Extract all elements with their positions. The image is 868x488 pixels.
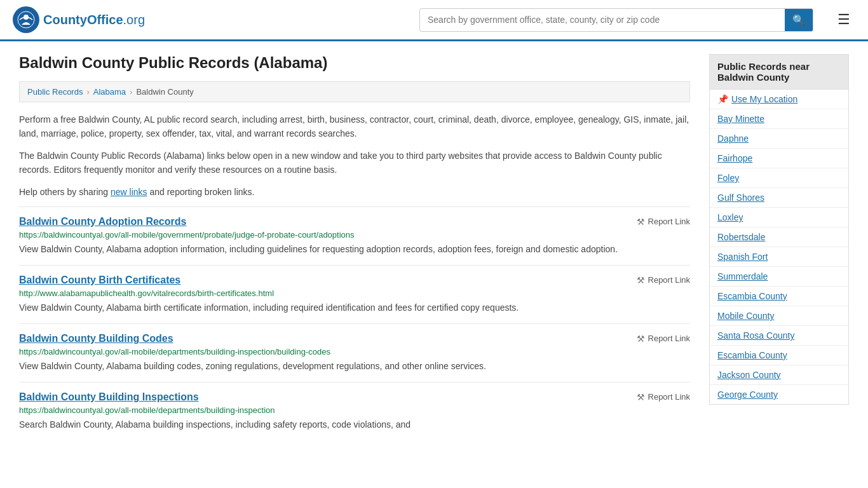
- record-header: Baldwin County Adoption Records ⚒ Report…: [19, 216, 690, 227]
- sidebar-link-1[interactable]: Daphne: [717, 133, 749, 144]
- logo-icon: [13, 6, 39, 33]
- sidebar-item-4: Gulf Shores: [710, 188, 848, 208]
- menu-button[interactable]: ☰: [832, 9, 855, 30]
- report-link-icon-3: ⚒: [637, 392, 645, 402]
- logo-svg: [17, 11, 35, 29]
- content-wrapper: Baldwin County Public Records (Alabama) …: [0, 41, 868, 453]
- report-link-1[interactable]: ⚒ Report Link: [637, 275, 690, 285]
- new-links-link[interactable]: new links: [111, 187, 147, 197]
- report-link-icon-0: ⚒: [637, 217, 645, 227]
- page-title: Baldwin County Public Records (Alabama): [19, 54, 690, 72]
- logo-name: CountyOffice: [43, 13, 123, 27]
- record-url-2[interactable]: https://baldwincountyal.gov/all-mobile/d…: [19, 347, 690, 356]
- record-title-2[interactable]: Baldwin County Building Codes: [19, 333, 173, 344]
- description-1: Perform a free Baldwin County, AL public…: [19, 112, 690, 141]
- sidebar-link-13[interactable]: Jackson County: [717, 370, 781, 380]
- sidebar-item-8: Summerdale: [710, 267, 848, 287]
- record-desc-1: View Baldwin County, Alabama birth certi…: [19, 301, 690, 315]
- sidebar-link-10[interactable]: Mobile County: [717, 311, 775, 321]
- sidebar-link-0[interactable]: Bay Minette: [717, 114, 764, 124]
- sidebar-link-2[interactable]: Fairhope: [717, 153, 752, 163]
- search-bar: 🔍: [419, 8, 813, 32]
- breadcrumb-public-records[interactable]: Public Records: [27, 87, 83, 97]
- report-link-2[interactable]: ⚒ Report Link: [637, 334, 690, 344]
- record-title-0[interactable]: Baldwin County Adoption Records: [19, 216, 186, 227]
- breadcrumb-current: Baldwin County: [136, 87, 193, 97]
- desc3-suffix: and reporting broken links.: [147, 187, 255, 197]
- sidebar-link-6[interactable]: Robertsdale: [717, 232, 766, 242]
- site-header: CountyOffice.org 🔍 ☰: [0, 0, 868, 41]
- report-link-0[interactable]: ⚒ Report Link: [637, 217, 690, 227]
- hamburger-icon: ☰: [837, 11, 850, 27]
- sidebar-item-5: Loxley: [710, 208, 848, 227]
- report-link-icon-2: ⚒: [637, 334, 645, 344]
- sidebar-link-14[interactable]: George County: [717, 390, 778, 400]
- sidebar-list: 📌 Use My Location Bay MinetteDaphneFairh…: [709, 90, 849, 405]
- sidebar-link-8[interactable]: Summerdale: [717, 271, 768, 281]
- record-desc-2: View Baldwin County, Alabama building co…: [19, 360, 690, 373]
- sidebar-link-7[interactable]: Spanish Fort: [717, 252, 768, 262]
- sidebar-link-4[interactable]: Gulf Shores: [717, 193, 764, 203]
- description-3: Help others by sharing new links and rep…: [19, 185, 690, 199]
- description-2: The Baldwin County Public Records (Alaba…: [19, 149, 690, 177]
- breadcrumb-alabama[interactable]: Alabama: [93, 87, 126, 97]
- breadcrumb-sep-1: ›: [86, 87, 89, 97]
- sidebar-link-3[interactable]: Foley: [717, 173, 739, 183]
- sidebar-link-5[interactable]: Loxley: [717, 212, 743, 222]
- sidebar-item-7: Spanish Fort: [710, 247, 848, 267]
- records-list: Baldwin County Adoption Records ⚒ Report…: [19, 207, 690, 440]
- record-item: Baldwin County Adoption Records ⚒ Report…: [19, 207, 690, 265]
- sidebar-item-2: Fairhope: [710, 149, 848, 168]
- sidebar-item-1: Daphne: [710, 129, 848, 149]
- report-link-icon-1: ⚒: [637, 275, 645, 285]
- desc3-prefix: Help others by sharing: [19, 187, 111, 197]
- sidebar-item-0: Bay Minette: [710, 109, 848, 129]
- sidebar: Public Records near Baldwin County 📌 Use…: [709, 54, 849, 440]
- record-header: Baldwin County Building Inspections ⚒ Re…: [19, 391, 690, 403]
- record-title-1[interactable]: Baldwin County Birth Certificates: [19, 274, 180, 286]
- sidebar-item-13: Jackson County: [710, 365, 848, 385]
- sidebar-item-11: Santa Rosa County: [710, 326, 848, 346]
- sidebar-item-9: Escambia County: [710, 287, 848, 306]
- sidebar-item-14: George County: [710, 385, 848, 404]
- record-header: Baldwin County Building Codes ⚒ Report L…: [19, 333, 690, 344]
- pin-icon: 📌: [717, 94, 728, 104]
- sidebar-link-9[interactable]: Escambia County: [717, 291, 787, 301]
- search-input[interactable]: [420, 10, 785, 30]
- sidebar-item-6: Robertsdale: [710, 227, 848, 247]
- record-header: Baldwin County Birth Certificates ⚒ Repo…: [19, 274, 690, 286]
- breadcrumb-sep-2: ›: [130, 87, 132, 97]
- record-desc-0: View Baldwin County, Alabama adoption in…: [19, 243, 690, 256]
- main-content: Baldwin County Public Records (Alabama) …: [19, 54, 690, 440]
- sidebar-item-10: Mobile County: [710, 306, 848, 326]
- report-link-3[interactable]: ⚒ Report Link: [637, 392, 690, 402]
- record-item: Baldwin County Building Codes ⚒ Report L…: [19, 323, 690, 382]
- sidebar-link-11[interactable]: Santa Rosa County: [717, 330, 794, 341]
- sidebar-items-container: Bay MinetteDaphneFairhopeFoleyGulf Shore…: [710, 109, 848, 404]
- search-button[interactable]: 🔍: [785, 9, 813, 31]
- sidebar-header: Public Records near Baldwin County: [709, 54, 849, 90]
- record-item: Baldwin County Building Inspections ⚒ Re…: [19, 382, 690, 440]
- sidebar-item-3: Foley: [710, 168, 848, 188]
- record-desc-3: Search Baldwin County, Alabama building …: [19, 418, 690, 431]
- sidebar-link-12[interactable]: Escambia County: [717, 350, 787, 360]
- record-url-0[interactable]: https://baldwincountyal.gov/all-mobile/g…: [19, 230, 690, 240]
- search-icon: 🔍: [792, 15, 805, 25]
- record-title-3[interactable]: Baldwin County Building Inspections: [19, 391, 199, 403]
- logo-suffix: .org: [123, 13, 145, 27]
- use-location-item: 📌 Use My Location: [710, 90, 848, 109]
- breadcrumb: Public Records › Alabama › Baldwin Count…: [19, 81, 690, 102]
- logo-text: CountyOffice.org: [43, 13, 145, 27]
- sidebar-item-12: Escambia County: [710, 346, 848, 365]
- record-url-1[interactable]: http://www.alabamapublichealth.gov/vital…: [19, 288, 690, 298]
- use-location-link[interactable]: Use My Location: [731, 94, 797, 104]
- logo-link[interactable]: CountyOffice.org: [13, 6, 145, 33]
- record-item: Baldwin County Birth Certificates ⚒ Repo…: [19, 265, 690, 323]
- record-url-3[interactable]: https://baldwincountyal.gov/all-mobile/d…: [19, 405, 690, 415]
